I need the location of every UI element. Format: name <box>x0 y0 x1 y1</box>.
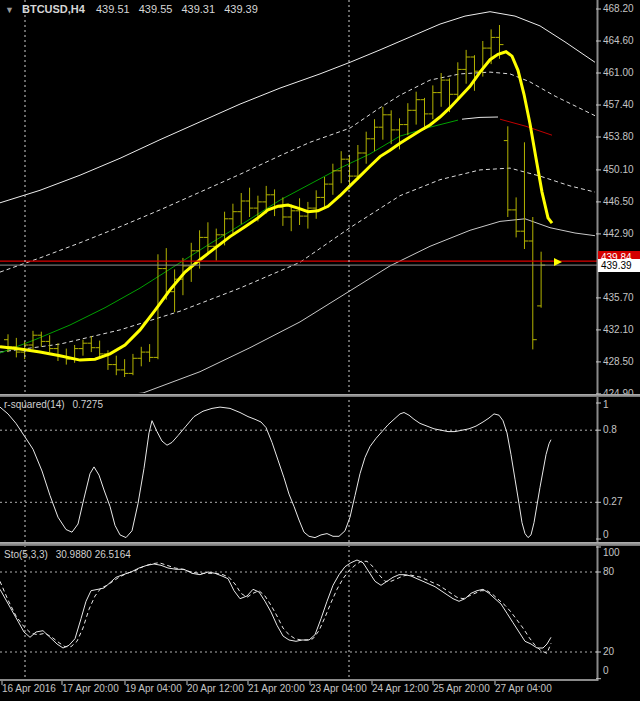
r-squared-axis-label: 0 <box>603 529 609 541</box>
r-squared-line <box>0 407 551 537</box>
price-axis-label: 453.80 <box>603 131 634 143</box>
price-axis-label: 432.10 <box>603 324 634 336</box>
time-axis-label: 25 Apr 20:00 <box>433 683 490 695</box>
envelope-upper-dashed <box>0 72 595 272</box>
time-axis-label: 23 Apr 04:00 <box>310 683 367 695</box>
r-squared-axis-label: 0.27 <box>603 496 622 508</box>
envelope-lower-dashed <box>0 168 595 352</box>
price-axis-label: 468.20 <box>603 3 634 15</box>
dropdown-icon[interactable]: ▼ <box>5 5 14 15</box>
price-axis-label: 457.40 <box>603 99 634 111</box>
time-axis-label: 17 Apr 20:00 <box>62 683 119 695</box>
stochastic-name: Sto(5,3,3) <box>4 549 48 560</box>
price-axis-label: 461.00 <box>603 67 634 79</box>
price-close: 439.39 <box>224 3 258 15</box>
ohlc-bars <box>4 25 545 377</box>
price-axis-label: 450.10 <box>603 164 634 176</box>
panel-separator-2[interactable] <box>0 542 640 546</box>
envelope-upper-solid <box>0 12 595 203</box>
ma-white-segment <box>462 117 498 119</box>
time-axis-label: 20 Apr 12:00 <box>187 683 244 695</box>
stochastic-axis-label: 100 <box>603 547 620 559</box>
sto-main <box>0 560 551 648</box>
stochastic-label: Sto(5,3,3) 30.9880 26.5164 <box>4 549 131 560</box>
stochastic-panel[interactable] <box>0 560 597 653</box>
time-axis-label: 19 Apr 04:00 <box>125 683 182 695</box>
price-open: 439.51 <box>96 3 130 15</box>
stochastic-axis-label: 0 <box>603 665 609 677</box>
btcusd-h4-chart-window: 468.20464.60461.00457.40453.80450.10446.… <box>0 0 640 701</box>
stochastic-axis-label: 20 <box>603 646 614 658</box>
time-axis-label: 24 Apr 12:00 <box>372 683 429 695</box>
stochastic-values: 30.9880 26.5164 <box>56 549 131 560</box>
time-axis-label: 21 Apr 20:00 <box>248 683 305 695</box>
price-axis-label: 435.70 <box>603 292 634 304</box>
sto-signal <box>0 561 551 653</box>
r-squared-axis-label: 0.8 <box>603 424 617 436</box>
price-axis-label: 428.50 <box>603 356 634 368</box>
panel-separator-1[interactable] <box>0 394 640 397</box>
bid-price-badge: 439.39 <box>598 259 640 272</box>
r-squared-name: r-squared(14) <box>4 399 65 410</box>
price-high: 439.55 <box>139 3 173 15</box>
ma-yellow <box>0 52 552 360</box>
price-low: 439.31 <box>181 3 215 15</box>
price-panel[interactable] <box>0 12 597 398</box>
price-axis-label: 446.50 <box>603 196 634 208</box>
price-axis-label: 464.60 <box>603 35 634 47</box>
chart-header: ▼ BTCUSD,H4 439.51 439.55 439.31 439.39 <box>5 3 264 15</box>
stochastic-axis-label: 80 <box>603 566 614 578</box>
time-axis-label: 27 Apr 04:00 <box>495 683 552 695</box>
r-squared-value: 0.7275 <box>72 399 103 410</box>
bid-price-value: 439.39 <box>601 260 632 271</box>
symbol-title: BTCUSD,H4 <box>22 3 85 15</box>
r-squared-axis-label: 1 <box>603 399 609 411</box>
chart-canvas[interactable] <box>0 0 640 701</box>
time-axis-label: 16 Apr 2016 <box>2 683 56 695</box>
r-squared-panel[interactable] <box>0 407 597 537</box>
r-squared-label: r-squared(14) 0.7275 <box>4 399 103 410</box>
price-axis-label: 442.90 <box>603 228 634 240</box>
